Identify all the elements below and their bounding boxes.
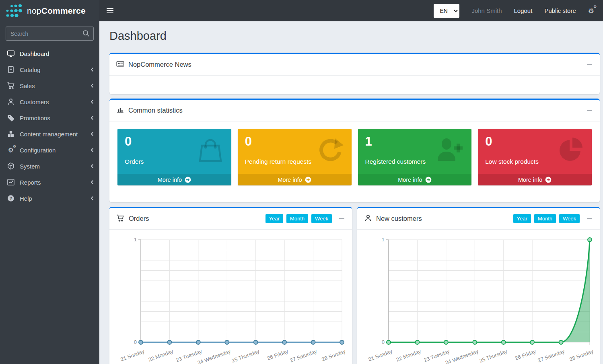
nopcommerce-dots-icon	[5, 3, 23, 19]
refresh-icon	[316, 135, 345, 166]
sidebar-item-reports[interactable]: Reports	[0, 174, 99, 190]
gears-icon: ⚙⚙	[6, 146, 15, 154]
svg-text:26 Friday: 26 Friday	[266, 348, 289, 362]
customers-month-button[interactable]: Month	[534, 214, 556, 223]
customers-year-button[interactable]: Year	[513, 214, 531, 223]
sidebar-item-help[interactable]: ? Help	[0, 190, 99, 206]
customers-week-button[interactable]: Week	[559, 214, 580, 223]
svg-text:25 Thursday: 25 Thursday	[231, 348, 260, 364]
more-info-link[interactable]: More info	[478, 174, 592, 185]
brand-name: nopCommerce	[27, 6, 86, 16]
pending-returns-info-box: 0 Pending return requests More info	[238, 129, 352, 185]
more-info-link[interactable]: More info	[238, 174, 352, 185]
low-stock-info-box: 0 Low stock products More info	[478, 129, 592, 185]
search-input[interactable]	[6, 27, 94, 41]
chevron-left-icon	[91, 132, 94, 136]
pie-chart-icon	[556, 135, 585, 166]
sidebar-menu: Dashboard Catalog Sales Customers Promot…	[0, 45, 99, 206]
arrow-circle-right-icon	[305, 177, 311, 183]
svg-text:25 Thursday: 25 Thursday	[479, 348, 508, 364]
new-customers-chart-panel: New customers Year Month Week 1021 Sunda…	[357, 207, 600, 364]
collapse-minus-icon[interactable]	[335, 216, 345, 222]
language-select[interactable]: EN	[434, 4, 459, 18]
orders-chart-panel: Orders Year Month Week 1021 Sunday22 Mon…	[109, 207, 352, 364]
panel-title: Orders	[129, 215, 149, 222]
svg-text:0: 0	[134, 339, 137, 345]
sidebar-item-label: Catalog	[20, 66, 41, 73]
sidebar-toggle-button[interactable]	[107, 8, 113, 14]
logout-button[interactable]: Logout	[514, 7, 532, 14]
cart-icon	[6, 82, 15, 90]
sidebar-item-sales[interactable]: Sales	[0, 78, 99, 94]
more-info-link[interactable]: More info	[117, 174, 231, 185]
sidebar: Dashboard Catalog Sales Customers Promot…	[0, 21, 99, 364]
monitor-icon	[6, 49, 15, 58]
svg-text:1: 1	[382, 236, 385, 243]
settings-gears-icon[interactable]: ⚙⚙	[588, 7, 594, 15]
svg-text:27 Saturday: 27 Saturday	[289, 348, 318, 364]
svg-text:28 Sunday: 28 Sunday	[568, 348, 594, 363]
svg-text:24 Wednesday: 24 Wednesday	[445, 348, 480, 364]
sidebar-item-configuration[interactable]: ⚙⚙ Configuration	[0, 142, 99, 158]
cart-icon	[116, 214, 125, 224]
news-body	[109, 76, 600, 94]
shopping-bag-icon	[196, 135, 225, 166]
chart-line-icon	[6, 178, 15, 186]
svg-text:27 Saturday: 27 Saturday	[537, 348, 566, 364]
user-icon	[364, 214, 372, 224]
sidebar-item-label: Reports	[20, 179, 41, 186]
svg-text:28 Sunday: 28 Sunday	[321, 348, 346, 363]
sidebar-item-label: Help	[20, 195, 32, 202]
search-icon	[82, 29, 90, 39]
panel-title: Common statistics	[128, 107, 183, 114]
orders-year-button[interactable]: Year	[265, 214, 283, 223]
chevron-left-icon	[91, 148, 94, 152]
arrow-circle-right-icon	[425, 177, 432, 183]
sidebar-item-catalog[interactable]: Catalog	[0, 62, 99, 78]
svg-text:0: 0	[382, 339, 385, 345]
sidebar-item-label: Promotions	[20, 115, 50, 121]
sidebar-item-customers[interactable]: Customers	[0, 94, 99, 110]
user-icon	[6, 98, 15, 106]
question-circle-icon: ?	[6, 194, 15, 202]
collapse-minus-icon[interactable]	[583, 62, 593, 68]
main-content: Dashboard NopCommerce News Common statis…	[99, 21, 603, 364]
chevron-left-icon	[91, 99, 94, 104]
collapse-minus-icon[interactable]	[583, 216, 593, 222]
svg-text:21 Sunday: 21 Sunday	[119, 348, 145, 363]
chevron-left-icon	[91, 196, 94, 201]
sidebar-item-label: Sales	[20, 82, 35, 89]
chevron-left-icon	[91, 83, 94, 88]
svg-text:22 Monday: 22 Monday	[148, 348, 174, 363]
svg-text:?: ?	[10, 196, 12, 201]
cubes-icon	[6, 130, 15, 138]
sidebar-item-dashboard[interactable]: Dashboard	[0, 45, 99, 62]
registered-customers-info-box: 1 Registered customers More info	[358, 129, 472, 185]
svg-text:24 Wednesday: 24 Wednesday	[197, 348, 232, 364]
sidebar-item-label: Configuration	[20, 147, 56, 154]
news-panel: NopCommerce News	[109, 53, 600, 94]
cube-icon	[6, 162, 15, 170]
user-plus-icon	[434, 135, 465, 166]
chevron-left-icon	[91, 180, 94, 185]
sidebar-item-system[interactable]: System	[0, 158, 99, 174]
orders-week-button[interactable]: Week	[311, 214, 332, 223]
panel-title: NopCommerce News	[128, 61, 191, 68]
top-nav: EN John Smith Logout Public store ⚙⚙	[99, 0, 603, 21]
page-title: Dashboard	[109, 29, 600, 43]
common-statistics-panel: Common statistics 0 Orders More in	[109, 99, 600, 202]
svg-text:26 Friday: 26 Friday	[514, 348, 537, 362]
svg-text:1: 1	[134, 236, 137, 243]
more-info-link[interactable]: More info	[358, 174, 472, 185]
svg-text:21 Sunday: 21 Sunday	[367, 348, 393, 363]
svg-text:22 Monday: 22 Monday	[395, 348, 422, 363]
sidebar-item-content-management[interactable]: Content management	[0, 126, 99, 142]
collapse-minus-icon[interactable]	[583, 107, 593, 113]
tag-icon	[6, 114, 15, 122]
new-customers-line-chart: 1021 Sunday22 Monday23 Tuesday24 Wednesd…	[361, 234, 596, 364]
orders-month-button[interactable]: Month	[286, 214, 308, 223]
public-store-link[interactable]: Public store	[544, 7, 576, 14]
chevron-left-icon	[91, 164, 94, 169]
sidebar-item-promotions[interactable]: Promotions	[0, 110, 99, 126]
sidebar-item-label: Content management	[20, 131, 78, 138]
